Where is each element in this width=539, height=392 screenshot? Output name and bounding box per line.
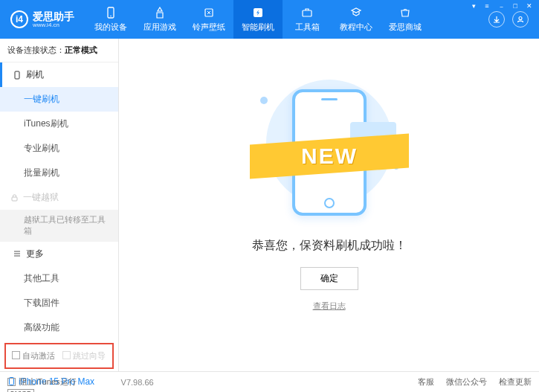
sidebar-jailbreak-note: 越狱工具已转移至工具箱 [0, 210, 118, 242]
top-nav: 我的设备 应用游戏 铃声壁纸 智能刷机 工具箱 教程中心 爱思商城 [86, 0, 488, 39]
flash-icon [251, 6, 265, 19]
apps-icon [153, 6, 167, 19]
device-icon [104, 6, 117, 19]
sidebar-item-pro-flash[interactable]: 专业刷机 [0, 136, 118, 161]
nav-my-device[interactable]: 我的设备 [86, 0, 135, 39]
user-button[interactable] [512, 11, 529, 28]
phone-icon [13, 71, 22, 80]
sidebar-item-other-tools[interactable]: 其他工具 [0, 266, 118, 291]
nav-smart-flash[interactable]: 智能刷机 [233, 0, 283, 39]
logo[interactable]: i4 爱思助手 www.i4.cn [6, 10, 79, 28]
svg-point-5 [519, 17, 522, 20]
view-log-link[interactable]: 查看日志 [313, 301, 346, 312]
sidebar-item-one-click-flash[interactable]: 一键刷机 [0, 87, 118, 112]
block-itunes-checkbox[interactable]: 阻止iTunes运行 [7, 376, 77, 388]
more-icon [13, 249, 22, 258]
nav-toolbox[interactable]: 工具箱 [283, 0, 332, 39]
toolbox-icon [300, 6, 314, 19]
nav-ringtones[interactable]: 铃声壁纸 [184, 0, 233, 39]
download-button[interactable] [488, 11, 505, 28]
sidebar-item-download-firmware[interactable]: 下载固件 [0, 291, 118, 315]
device-storage: 512GB [7, 389, 34, 392]
auto-activate-checkbox[interactable]: 自动激活 [12, 350, 55, 362]
sidebar-item-batch-flash[interactable]: 批量刷机 [0, 161, 118, 185]
app-name: 爱思助手 [33, 11, 74, 22]
nav-tutorials[interactable]: 教程中心 [332, 0, 381, 39]
sidebar-item-advanced[interactable]: 高级功能 [0, 315, 118, 340]
version-label: V7.98.66 [121, 378, 154, 387]
nav-apps[interactable]: 应用游戏 [135, 0, 184, 39]
logo-icon: i4 [10, 10, 28, 28]
window-menu[interactable]: ▾ [470, 1, 478, 13]
skip-guide-checkbox[interactable]: 跳过向导 [62, 350, 106, 362]
ok-button[interactable]: 确定 [300, 267, 358, 290]
svg-rect-6 [15, 71, 19, 79]
sidebar-flash-header[interactable]: 刷机 [0, 62, 118, 87]
window-minimize[interactable]: － [496, 1, 507, 13]
sidebar: 设备连接状态：正常模式 刷机 一键刷机 iTunes刷机 专业刷机 批量刷机 一… [0, 39, 119, 371]
footer-link-update[interactable]: 检查更新 [499, 376, 532, 388]
sidebar-item-itunes-flash[interactable]: iTunes刷机 [0, 112, 118, 136]
svg-point-1 [110, 16, 112, 17]
footer-link-support[interactable]: 客服 [418, 376, 434, 388]
nav-store[interactable]: 爱思商城 [381, 0, 430, 39]
success-illustration: NEW [251, 76, 407, 217]
connection-status: 设备连接状态：正常模式 [0, 39, 118, 62]
footer-link-wechat[interactable]: 微信公众号 [446, 376, 487, 388]
window-maximize[interactable]: □ [511, 1, 520, 13]
sidebar-jailbreak-header: 一键越狱 [0, 185, 118, 210]
svg-rect-4 [303, 10, 312, 16]
main-content: NEW 恭喜您，保资料刷机成功啦！ 确定 查看日志 [119, 39, 539, 371]
window-close[interactable]: ✕ [524, 1, 535, 13]
banner-text: NEW [301, 144, 358, 169]
sidebar-more-header[interactable]: 更多 [0, 242, 118, 266]
ringtone-icon [202, 6, 216, 19]
window-tray[interactable]: ≡ [482, 1, 491, 13]
lock-icon [10, 193, 19, 202]
success-message: 恭喜您，保资料刷机成功啦！ [252, 238, 407, 254]
options-highlight-box: 自动激活 跳过向导 [4, 343, 114, 369]
tutorial-icon [349, 6, 363, 19]
svg-rect-7 [12, 197, 17, 201]
store-icon [398, 6, 412, 19]
app-url: www.i4.cn [33, 22, 74, 28]
header: i4 爱思助手 www.i4.cn 我的设备 应用游戏 铃声壁纸 智能刷机 工具… [0, 0, 539, 39]
